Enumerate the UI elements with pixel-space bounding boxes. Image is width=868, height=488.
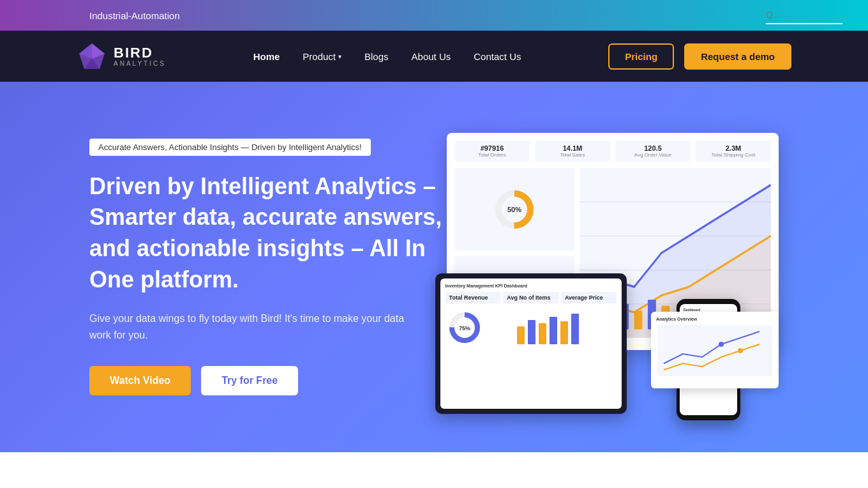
tablet-title-text: Inventory Management KPI Dashboard: [445, 284, 617, 288]
nav-contact[interactable]: Contact Us: [474, 51, 521, 62]
stat-sales-label: Total Sales: [541, 152, 604, 158]
small-analytics-card: Analytics Overview: [651, 312, 779, 388]
nav-home[interactable]: Home: [253, 51, 280, 62]
banner-search-input[interactable]: [766, 6, 842, 24]
stat-avg-order: 120.5 Avg Order Value: [615, 141, 691, 162]
logo-brand: BIRD: [114, 46, 166, 60]
hero-buttons: Watch Video Try for Free: [89, 366, 448, 395]
nav-actions: Pricing Request a demo: [608, 43, 791, 70]
logo: BIRD ANALYTICS: [77, 41, 166, 72]
nav-links: Home Product ▾ Blogs About Us Contact Us: [253, 51, 521, 62]
stat-avg-label: Avg Order Value: [622, 152, 684, 158]
hero-title: Driven by Intelligent Analytics – Smarte…: [89, 171, 448, 295]
small-card-title: Analytics Overview: [656, 317, 774, 321]
svg-text:50%: 50%: [507, 206, 521, 213]
stat-orders-value: #97916: [461, 144, 523, 152]
logo-sub: ANALYTICS: [114, 60, 166, 67]
bottom-section: Harness your business data and get insig…: [0, 452, 868, 488]
banner-text: Industrial-Automation: [89, 10, 180, 21]
svg-rect-27: [550, 317, 557, 344]
svg-rect-29: [571, 314, 579, 344]
watch-video-button[interactable]: Watch Video: [89, 366, 191, 395]
tablet-dashboard-card: Inventory Management KPI Dashboard Total…: [435, 273, 627, 414]
try-free-button[interactable]: Try for Free: [201, 366, 298, 395]
small-card-chart: [656, 325, 774, 376]
nav-product[interactable]: Product ▾: [303, 51, 341, 62]
nav-blogs[interactable]: Blogs: [364, 51, 389, 62]
stat-shipping-value: 2.3M: [702, 144, 765, 152]
tablet-bar-mini: [488, 307, 617, 348]
navbar: BIRD ANALYTICS Home Product ▾ Blogs Abou…: [0, 31, 868, 82]
bird-logo-icon: [77, 41, 107, 72]
svg-rect-28: [560, 321, 568, 344]
svg-point-31: [719, 342, 724, 347]
svg-text:75%: 75%: [459, 325, 470, 332]
nav-about[interactable]: About Us: [412, 51, 451, 62]
svg-rect-26: [539, 323, 546, 344]
stat-shipping-label: Total Shipping Cost: [702, 152, 765, 158]
svg-rect-25: [528, 320, 535, 344]
stat-avg-value: 120.5: [622, 144, 684, 152]
svg-rect-18: [634, 310, 643, 329]
top-banner: Industrial-Automation: [0, 0, 868, 31]
hero-visual: #97916 Total Orders 14.1M Total Sales 12…: [448, 133, 779, 401]
stat-orders: #97916 Total Orders: [454, 141, 530, 162]
pricing-button[interactable]: Pricing: [608, 43, 674, 70]
tablet-donut: 75%: [445, 309, 484, 347]
svg-point-32: [738, 348, 743, 353]
donut-chart-50: 50%: [454, 168, 574, 250]
hero-section: Accurate Answers, Actionable Insights — …: [0, 82, 868, 452]
tablet-stats-row: Total Revenue Avg No of Items Average Pr…: [445, 292, 617, 303]
svg-rect-24: [517, 326, 525, 344]
stat-shipping: 2.3M Total Shipping Cost: [696, 141, 771, 162]
tablet-stat-3: Average Price: [561, 292, 617, 303]
tablet-chart-row: 75%: [445, 307, 617, 348]
tablet-stat-2: Avg No of Items: [503, 292, 558, 303]
logo-text: BIRD ANALYTICS: [114, 46, 166, 67]
tablet-stat-1: Total Revenue: [445, 292, 501, 303]
dashboard-stats-row: #97916 Total Orders 14.1M Total Sales 12…: [454, 141, 771, 162]
tablet-screen: Inventory Management KPI Dashboard Total…: [440, 278, 622, 409]
hero-badge: Accurate Answers, Actionable Insights — …: [89, 139, 371, 156]
request-demo-button[interactable]: Request a demo: [684, 43, 791, 70]
stat-sales: 14.1M Total Sales: [535, 141, 610, 162]
chevron-down-icon: ▾: [338, 53, 341, 60]
stat-orders-label: Total Orders: [461, 152, 523, 158]
stat-sales-value: 14.1M: [541, 144, 604, 152]
hero-content: Accurate Answers, Actionable Insights — …: [89, 139, 448, 396]
hero-description: Give your data wings to fly today with B…: [89, 310, 421, 343]
